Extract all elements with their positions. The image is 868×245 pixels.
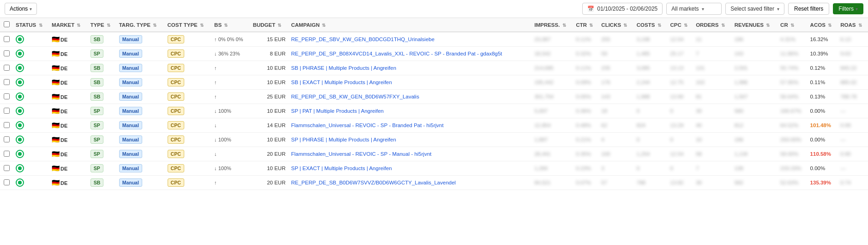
campaign-link[interactable]: Flammschalen_Universal - REVOIC - SP - M… [291,151,431,157]
row-checkbox-cell[interactable] [0,176,13,190]
type-badge: SB [90,35,104,43]
orders-value: 102 [696,80,705,85]
roas-value: 840.22 [840,65,856,71]
row-checkbox-cell[interactable] [0,161,13,176]
header-campaign[interactable]: CAMPAIGN ⇅ [288,18,531,32]
row-targ-type: Manual [116,32,165,47]
market-code: DE [60,94,67,100]
row-checkbox-cell[interactable] [0,32,13,47]
campaign-link[interactable]: RE_PERP_DE_SB_B0D6W7SVVZ/B0D6W6GCTY_Lava… [291,180,456,185]
campaign-link[interactable]: SP | PHRASE | Multiple Products | Angrei… [291,137,396,142]
header-ctr[interactable]: CTR ⇅ [573,18,598,32]
row-bs: ↓ 100% [211,161,250,176]
status-active-icon[interactable] [16,49,24,58]
select-all-header[interactable] [0,18,13,32]
type-badge: SP [90,49,103,58]
status-active-icon[interactable] [16,92,24,101]
saved-filter-dropdown[interactable]: Select saved filter ▾ [725,3,784,15]
market-code: DE [60,51,67,57]
row-checkbox-cell[interactable] [0,90,13,104]
status-active-icon[interactable] [16,135,24,144]
status-active-icon[interactable] [16,35,24,43]
campaign-link[interactable]: Flammschalen_Universal - REVOIC - SP - B… [291,122,443,128]
row-cpc: 12.54 [668,32,693,47]
row-checkbox[interactable] [4,108,10,114]
cr-value: 11.86% [780,51,798,56]
header-cpc[interactable]: CPC ⇅ [668,18,693,32]
row-checkbox-cell[interactable] [0,47,13,61]
campaign-link[interactable]: RE_PERP_DE_SP_B08X4VCD14_Lavalis_XXL - R… [291,51,502,56]
header-cr[interactable]: CR ⇅ [778,18,807,32]
campaign-link[interactable]: SB | EXACT | Multiple Products | Angreif… [291,80,392,85]
status-active-icon[interactable] [16,178,24,187]
status-active-icon[interactable] [16,64,24,72]
filters-button[interactable]: Filters ▾ [833,3,863,14]
row-cost-type: CPC [165,61,212,75]
acos-value: 0.00% [810,165,826,171]
row-type: SP [88,133,116,147]
header-revenues[interactable]: REVENUES ⇅ [732,18,778,32]
header-clicks[interactable]: CLICKS ⇅ [598,18,633,32]
status-active-icon[interactable] [16,164,24,172]
row-checkbox[interactable] [4,136,10,142]
row-checkbox[interactable] [4,151,10,157]
row-checkbox[interactable] [4,179,10,185]
header-impress[interactable]: IMPRESS. ⇅ [531,18,573,32]
campaign-link[interactable]: SB | PHRASE | Multiple Products | Angrei… [291,65,396,71]
header-bs[interactable]: BS ⇅ [211,18,250,32]
campaign-link[interactable]: SP | PAT | Multiple Products | Angreifen [291,108,384,114]
actions-button[interactable]: Actions ▾ [5,3,37,15]
row-acos: 135.39% [808,176,838,190]
row-type: SB [88,32,116,47]
date-range-picker[interactable]: 📅 01/10/2025 - 02/06/2025 [582,3,663,15]
header-orders[interactable]: ORDERS ⇅ [693,18,732,32]
row-budget: 20 EUR [250,176,289,190]
row-checkbox-cell[interactable] [0,61,13,75]
row-checkbox-cell[interactable] [0,104,13,118]
header-cost-type[interactable]: COST TYPE ⇅ [165,18,212,32]
row-checkbox-cell[interactable] [0,75,13,90]
campaign-link[interactable]: RE_PERP_DE_SBV_KW_GEN_B0DCGD1THQ_Urinals… [291,37,434,42]
impress-value: 12,854 [534,122,550,128]
row-checkbox-cell[interactable] [0,118,13,133]
header-roas[interactable]: ROAS ⇅ [838,18,868,32]
row-checkbox[interactable] [4,93,10,99]
ctr-value: 0.11% [576,37,591,42]
row-checkbox[interactable] [4,79,10,85]
actions-chevron-icon: ▾ [30,6,32,12]
campaign-link[interactable]: SP | EXACT | Multiple Products | Angreif… [291,165,392,171]
row-status [13,47,49,61]
header-targ-type[interactable]: TARG. TYPE ⇅ [116,18,165,32]
header-market[interactable]: MARKET ⇅ [49,18,88,32]
targ-type-badge: Manual [119,92,142,101]
status-active-icon[interactable] [16,150,24,158]
row-checkbox[interactable] [4,36,10,42]
row-checkbox[interactable] [4,165,10,171]
row-checkbox[interactable] [4,122,10,128]
row-checkbox-cell[interactable] [0,147,13,161]
acos-value: 135.39% [810,180,831,185]
market-dropdown[interactable]: All markets ▾ [666,3,722,15]
campaign-link[interactable]: RE_PERP_DE_SB_KW_GEN_B0D6W57FXY_Lavalis [291,94,419,99]
row-orders: 7 [693,161,732,176]
row-roas: — [838,104,868,118]
cr-value: 52.63% [780,180,798,185]
row-checkbox[interactable] [4,65,10,71]
row-checkbox[interactable] [4,50,10,56]
status-active-icon[interactable] [16,107,24,115]
campaigns-table: STATUS ⇅ MARKET ⇅ TYPE ⇅ TARG. TYPE ⇅ CO… [0,18,868,190]
row-budget: 20 EUR [250,147,289,161]
status-active-icon[interactable] [16,121,24,129]
cpc-value: 12.54 [670,37,684,42]
select-all-checkbox[interactable] [4,21,10,27]
header-costs[interactable]: COSTS ⇅ [634,18,668,32]
status-active-icon[interactable] [16,78,24,86]
header-type[interactable]: TYPE ⇅ [88,18,116,32]
header-budget[interactable]: BUDGET ⇅ [250,18,289,32]
header-status[interactable]: STATUS ⇅ [13,18,49,32]
row-checkbox-cell[interactable] [0,133,13,147]
header-acos[interactable]: ACOS ⇅ [808,18,838,32]
reset-filters-button[interactable]: Reset filters [788,3,829,15]
cr-value: 64.52% [780,122,798,128]
targ-type-badge: Manual [119,135,142,144]
